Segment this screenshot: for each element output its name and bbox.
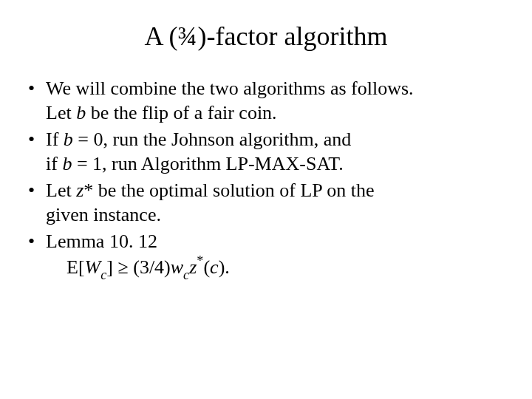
text: ).	[219, 256, 230, 278]
text: Let	[46, 180, 76, 201]
bullet-1: We will combine the two algorithms as fo…	[25, 77, 507, 125]
slide-body: We will combine the two algorithms as fo…	[25, 77, 507, 282]
text: E[	[66, 256, 85, 278]
text: = 0, run the Johnson algorithm, and	[73, 129, 351, 150]
var-W: W	[85, 256, 101, 278]
text: ] ≥ (3/4)	[106, 256, 170, 278]
bullet-list: We will combine the two algorithms as fo…	[25, 77, 507, 282]
slide: A (¾)-factor algorithm We will combine t…	[0, 0, 532, 399]
bullet-3: Let z* be the optimal solution of LP on …	[25, 179, 507, 227]
slide-title: A (¾)-factor algorithm	[25, 21, 507, 52]
text: given instance.	[46, 204, 161, 225]
text: if	[46, 153, 62, 174]
sup-star: *	[197, 253, 203, 268]
text: *	[83, 180, 93, 201]
sub-c: c	[183, 267, 189, 282]
text: be the flip of a fair coin.	[86, 102, 276, 123]
var-z: z	[76, 180, 83, 201]
text: be the optimal solution of LP on the	[93, 180, 374, 201]
var-b: b	[62, 153, 72, 174]
bullet-2: If b = 0, run the Johnson algorithm, and…	[25, 128, 507, 176]
lemma-label: Lemma 10. 12	[46, 231, 157, 252]
text: We will combine the two algorithms as fo…	[46, 78, 414, 99]
var-b: b	[64, 129, 73, 150]
text: (	[203, 256, 210, 278]
text: Let	[46, 102, 76, 123]
text: = 1, run Algorithm LP-MAX-SAT.	[72, 153, 343, 174]
var-c: c	[210, 256, 219, 278]
text: If	[46, 129, 64, 150]
lemma-expression: E[Wc] ≥ (3/4)wcz*(c).	[46, 256, 230, 278]
var-b: b	[76, 102, 86, 123]
var-z: z	[189, 256, 197, 278]
sub-c: c	[100, 267, 106, 282]
var-w: w	[171, 256, 183, 278]
bullet-4: Lemma 10. 12 E[Wc] ≥ (3/4)wcz*(c).	[25, 230, 507, 282]
